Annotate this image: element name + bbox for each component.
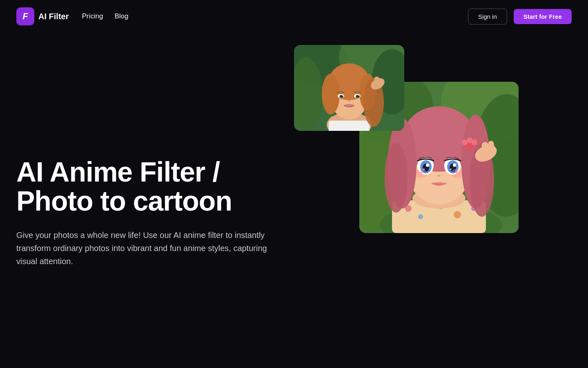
start-free-button[interactable]: Start for Free (514, 9, 572, 24)
svg-point-18 (341, 95, 343, 97)
logo-group[interactable]: F AI Filter (16, 7, 69, 25)
svg-point-63 (420, 171, 423, 174)
svg-point-21 (358, 95, 359, 96)
svg-point-32 (418, 214, 423, 219)
svg-rect-7 (329, 121, 370, 131)
hero-description: Give your photos a whole new life! Use o… (16, 229, 270, 268)
photo-card (294, 45, 404, 131)
svg-point-20 (342, 95, 343, 96)
svg-point-48 (472, 139, 477, 145)
logo-letter: F (22, 11, 28, 22)
svg-point-59 (450, 168, 452, 170)
logo-icon: F (16, 7, 34, 25)
original-photo (294, 45, 404, 131)
sign-in-button[interactable]: Sign in (468, 9, 507, 25)
nav-link-pricing[interactable]: Pricing (82, 12, 103, 20)
navbar-left: F AI Filter Pricing Blog (16, 7, 128, 25)
svg-point-45 (385, 143, 408, 213)
svg-point-34 (454, 211, 461, 218)
nav-links: Pricing Blog (82, 12, 128, 20)
svg-point-11 (322, 74, 340, 114)
hero-title: AI Anime Filter / Photo to cartoon (16, 157, 278, 216)
svg-point-49 (462, 139, 468, 145)
nav-link-blog[interactable]: Blog (114, 12, 128, 20)
brand-name: AI Filter (38, 12, 69, 21)
navbar: F AI Filter Pricing Blog Sign in Start f… (0, 0, 588, 33)
hero-section: AI Anime Filter / Photo to cartoon Give … (0, 33, 588, 368)
navbar-right: Sign in Start for Free (468, 9, 572, 25)
hero-images (294, 57, 572, 368)
svg-point-64 (455, 171, 458, 174)
svg-point-56 (426, 164, 429, 167)
svg-point-19 (357, 95, 359, 97)
svg-point-57 (453, 164, 456, 167)
svg-point-47 (467, 137, 472, 143)
hero-content: AI Anime Filter / Photo to cartoon Give … (16, 157, 294, 268)
